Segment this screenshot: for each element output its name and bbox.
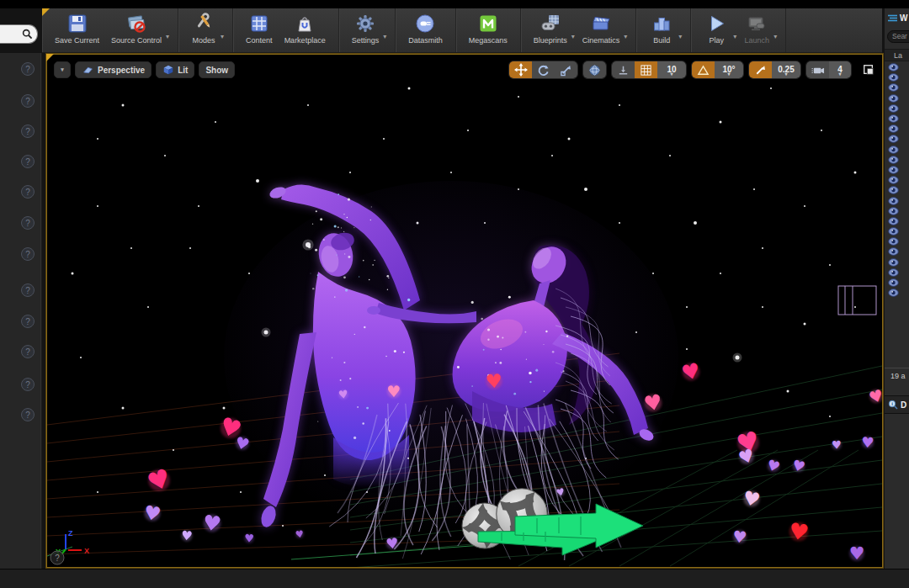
visibility-eye-icon[interactable]: [888, 217, 899, 225]
toolbar-button-megascans[interactable]: Megascans: [463, 8, 513, 52]
scale-snap-button[interactable]: [749, 61, 772, 78]
outliner-row[interactable]: [885, 62, 909, 72]
svg-text:?: ?: [55, 554, 60, 563]
visibility-eye-icon[interactable]: [888, 156, 899, 164]
help-circle-icon[interactable]: ?: [21, 62, 35, 76]
visibility-eye-icon[interactable]: [888, 114, 899, 123]
viewport-options-button[interactable]: ▾: [54, 61, 71, 78]
grid-snap-button[interactable]: [635, 61, 657, 78]
outliner-row[interactable]: [885, 165, 909, 175]
outliner-row[interactable]: [885, 175, 909, 185]
toolbar-button-blueprints[interactable]: Blueprints: [528, 8, 573, 52]
help-circle-icon[interactable]: ?: [21, 216, 35, 230]
outliner-row[interactable]: [885, 145, 909, 155]
outliner-row[interactable]: [885, 278, 909, 288]
help-circle-icon[interactable]: ?: [21, 94, 35, 108]
viewport[interactable]: ♥♥♥♥♥♥♥♥♥♥♥♥♥♥♥♥♥♥♥♥♥♥♥♥♥♥♥♥: [46, 54, 883, 568]
toolbar-button-modes[interactable]: Modes: [185, 8, 222, 52]
outliner-label-column-header[interactable]: La: [885, 49, 909, 61]
outliner-row[interactable]: [885, 82, 909, 93]
visibility-eye-icon[interactable]: [888, 63, 899, 72]
toolbar-button-save-current[interactable]: Save Current: [49, 8, 105, 52]
help-circle-icon[interactable]: ?: [21, 408, 35, 421]
scale-tool-button[interactable]: [555, 61, 577, 78]
rotate-tool-button[interactable]: [532, 61, 555, 78]
visibility-eye-icon[interactable]: [888, 227, 899, 236]
visibility-eye-icon[interactable]: [888, 268, 899, 277]
camera-speed-button[interactable]: [806, 61, 829, 78]
visibility-eye-icon[interactable]: [888, 186, 899, 194]
outliner-row[interactable]: [885, 185, 909, 195]
toolbar-button-source-control[interactable]: Source Control: [105, 8, 167, 52]
help-circle-icon[interactable]: ?: [21, 378, 35, 391]
visibility-eye-icon[interactable]: [888, 104, 899, 113]
outliner-row[interactable]: [885, 257, 909, 268]
visibility-eye-icon[interactable]: [888, 124, 899, 133]
help-circle-icon[interactable]: ?: [21, 155, 35, 168]
help-circle-icon[interactable]: ?: [21, 185, 35, 199]
outliner-row[interactable]: [885, 246, 909, 257]
left-search-input[interactable]: [5, 30, 22, 39]
rotation-snap-value-button[interactable]: 10° ▾: [715, 61, 743, 78]
details-panel-header[interactable]: i D: [885, 395, 909, 414]
grid-snap-value-button[interactable]: 10 ▾: [657, 61, 686, 78]
outliner-row[interactable]: [885, 268, 909, 278]
outliner-row[interactable]: [885, 114, 909, 124]
rotation-snap-button[interactable]: [692, 61, 715, 78]
outliner-row[interactable]: [885, 124, 909, 134]
scale-snap-value-button[interactable]: 0.25 ▾: [772, 61, 800, 78]
visibility-eye-icon[interactable]: [888, 166, 899, 174]
outliner-row[interactable]: [885, 236, 909, 246]
visibility-eye-icon[interactable]: [888, 176, 899, 184]
outliner-row[interactable]: [885, 288, 909, 298]
outliner-row[interactable]: [885, 103, 909, 114]
visibility-eye-icon[interactable]: [888, 247, 899, 256]
visibility-eye-icon[interactable]: [888, 73, 899, 82]
toolbar-button-play[interactable]: Play: [698, 8, 735, 52]
visibility-eye-icon[interactable]: [888, 197, 899, 205]
help-circle-icon[interactable]: ?: [21, 283, 35, 297]
toolbar-button-launch[interactable]: Launch: [738, 8, 775, 52]
visibility-eye-icon[interactable]: [888, 237, 899, 246]
visibility-eye-icon[interactable]: [888, 207, 899, 215]
camera-speed-value-button[interactable]: 4 ▾: [829, 61, 851, 78]
toolbar-button-datasmith[interactable]: Datasmith: [402, 8, 449, 52]
maximize-viewport-button[interactable]: [861, 63, 875, 77]
outliner-search-input[interactable]: Sear: [887, 30, 909, 43]
move-tool-button[interactable]: [509, 61, 532, 78]
outliner-row[interactable]: [885, 226, 909, 236]
help-circle-icon[interactable]: ?: [21, 124, 35, 138]
view-mode-button[interactable]: Lit: [156, 61, 194, 78]
visibility-eye-icon[interactable]: [888, 94, 899, 103]
viewport-canvas[interactable]: ♥♥♥♥♥♥♥♥♥♥♥♥♥♥♥♥♥♥♥♥♥♥♥♥♥♥♥♥: [47, 55, 882, 567]
help-circle-icon[interactable]: ?: [21, 315, 35, 328]
outliner-row[interactable]: [885, 206, 909, 216]
visibility-eye-icon[interactable]: [888, 289, 899, 297]
outliner-row[interactable]: [885, 195, 909, 205]
visibility-eye-icon[interactable]: [888, 135, 899, 143]
outliner-row[interactable]: [885, 216, 909, 226]
show-flags-button[interactable]: Show: [199, 61, 235, 78]
outliner-row[interactable]: [885, 93, 909, 103]
outliner-row[interactable]: [885, 134, 909, 144]
world-outliner-header[interactable]: W: [888, 13, 907, 23]
outliner-actor-count: 19 a: [890, 372, 906, 380]
toolbar-button-build[interactable]: Build: [643, 8, 680, 52]
outliner-row[interactable]: [885, 155, 909, 165]
toolbar-button-settings[interactable]: Settings: [346, 8, 385, 52]
toolbar-button-marketplace[interactable]: Marketplace: [279, 8, 332, 52]
visibility-eye-icon[interactable]: [888, 83, 899, 92]
visibility-eye-icon[interactable]: [888, 278, 899, 287]
toolbar-button-content[interactable]: Content: [240, 8, 279, 52]
visibility-eye-icon[interactable]: [888, 258, 899, 267]
camera-mode-button[interactable]: Perspective: [75, 61, 152, 78]
world-coordinate-button[interactable]: [583, 61, 606, 78]
left-search-box[interactable]: [0, 24, 38, 44]
toolbar-button-cinematics[interactable]: Cinematics: [577, 8, 626, 52]
help-circle-icon[interactable]: ?: [21, 247, 35, 261]
outliner-row[interactable]: [885, 72, 909, 82]
visibility-eye-icon[interactable]: [888, 146, 899, 154]
surface-snap-button[interactable]: [612, 61, 635, 78]
help-circle-icon[interactable]: ?: [21, 345, 35, 358]
viewport-help-button[interactable]: ?: [50, 551, 64, 564]
